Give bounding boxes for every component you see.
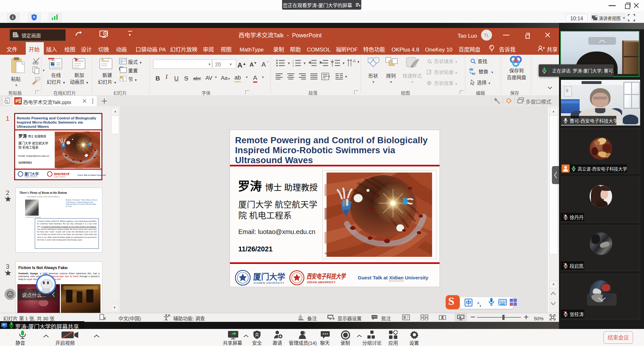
svg-text:▼: ▼: [357, 59, 359, 64]
svg-text:ab: ab: [469, 67, 473, 71]
svg-text:1: 1: [5, 196, 6, 199]
svg-text:▼: ▼: [287, 61, 290, 65]
svg-text:3: 3: [292, 64, 294, 67]
svg-text:1: 1: [5, 270, 6, 273]
svg-text:P: P: [15, 98, 19, 104]
svg-text:▼: ▼: [303, 61, 306, 65]
svg-text:▼: ▼: [342, 61, 345, 65]
svg-text:▼: ▼: [345, 74, 348, 79]
svg-text:A: A: [353, 59, 356, 64]
